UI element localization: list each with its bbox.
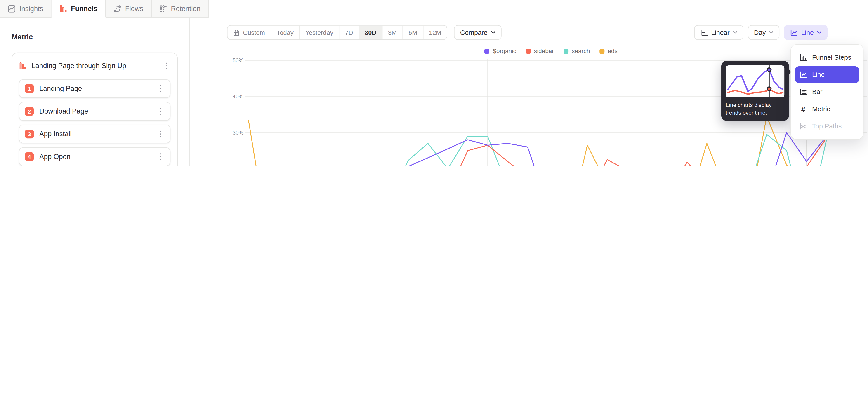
step-number: 2 <box>25 107 34 116</box>
chevron-down-icon <box>817 31 822 34</box>
funnel-steps-icon <box>799 54 807 62</box>
range-30d[interactable]: 30D <box>359 26 382 39</box>
chevron-down-icon <box>769 31 774 34</box>
range-custom[interactable]: Custom <box>228 26 271 39</box>
funnel-step[interactable]: 3 App Install <box>19 125 170 143</box>
series-line-ads[interactable] <box>249 116 827 166</box>
date-range-segmented-control: Custom Today Yesterday 7D 30D 3M 6M 12M <box>227 25 447 40</box>
insights-icon <box>8 5 16 12</box>
menu-item-top-paths: Top Paths <box>795 118 859 134</box>
funnel-step[interactable]: 4 App Open <box>19 147 170 166</box>
tab-flows[interactable]: Flows <box>106 0 151 18</box>
kebab-menu-icon[interactable] <box>163 62 170 70</box>
step-number: 3 <box>25 130 34 138</box>
chart-type-dropdown[interactable]: Line <box>784 25 828 40</box>
chevron-down-icon <box>733 31 737 34</box>
tab-label: Funnels <box>71 5 97 12</box>
step-number: 4 <box>25 152 34 161</box>
range-6m[interactable]: 6M <box>403 26 423 39</box>
chevron-down-icon <box>491 31 495 34</box>
app-window: Insights Funnels Flows Retention Metric … <box>0 0 868 166</box>
kebab-menu-icon[interactable] <box>157 107 164 116</box>
retention-icon <box>159 5 167 12</box>
top-paths-icon <box>799 122 807 130</box>
tab-label: Flows <box>125 5 143 12</box>
y-tick-label: 20% <box>232 166 244 166</box>
funnels-icon <box>59 5 67 12</box>
line-chart-icon <box>799 71 807 79</box>
legend-item[interactable]: ads <box>599 48 618 54</box>
chart-type-tooltip: Line charts display trends over time. <box>721 61 789 121</box>
tab-retention[interactable]: Retention <box>151 0 209 18</box>
menu-item-funnel-steps[interactable]: Funnel Steps <box>795 49 859 66</box>
series-line-sidebar[interactable] <box>249 138 827 166</box>
report-tabbar: Insights Funnels Flows Retention <box>0 0 209 18</box>
y-tick-label: 40% <box>232 93 244 99</box>
legend-swatch <box>563 49 568 53</box>
chart-type-menu: Funnel Steps Line Bar # Metric Top Paths <box>790 44 864 139</box>
linear-scale-icon <box>700 29 708 36</box>
y-tick-label: 50% <box>232 57 244 64</box>
funnel-metric-icon <box>19 62 26 70</box>
metric-card: Landing Page through Sign Up 1 Landing P… <box>11 53 178 166</box>
flows-icon <box>114 5 121 12</box>
funnel-step[interactable]: 2 Download Page <box>19 102 170 121</box>
legend-swatch <box>599 49 604 53</box>
metric-heading: Metric <box>11 33 178 41</box>
legend-swatch <box>526 49 531 53</box>
range-7d[interactable]: 7D <box>339 26 359 39</box>
range-yesterday[interactable]: Yesterday <box>300 26 340 39</box>
query-sidebar: Metric Landing Page through Sign Up 1 La… <box>0 18 190 166</box>
chart-legend: $organic sidebar search ads <box>245 48 857 54</box>
funnel-step[interactable]: 1 Landing Page <box>19 79 170 98</box>
kebab-menu-icon[interactable] <box>157 152 164 161</box>
tab-funnels[interactable]: Funnels <box>52 0 106 18</box>
menu-item-line[interactable]: Line <box>795 66 859 83</box>
line-chart-icon <box>790 29 798 36</box>
menu-item-metric[interactable]: # Metric <box>795 101 859 117</box>
range-3m[interactable]: 3M <box>382 26 403 39</box>
range-today[interactable]: Today <box>271 26 300 39</box>
tooltip-text: Line charts display trends over time. <box>726 101 784 116</box>
granularity-dropdown[interactable]: Day <box>748 25 779 40</box>
tooltip-preview-image <box>726 65 784 97</box>
y-tick-label: 30% <box>232 130 244 136</box>
menu-item-bar[interactable]: Bar <box>795 84 859 100</box>
legend-item[interactable]: search <box>563 48 590 54</box>
scale-dropdown[interactable]: Linear <box>694 25 743 40</box>
legend-swatch <box>485 49 490 53</box>
compare-button[interactable]: Compare <box>454 25 501 40</box>
series-line-$organic[interactable] <box>249 132 827 166</box>
legend-item[interactable]: $organic <box>485 48 516 54</box>
step-number: 1 <box>25 84 34 93</box>
funnel-title: Landing Page through Sign Up <box>32 62 158 70</box>
bar-chart-icon <box>799 88 807 96</box>
tab-label: Retention <box>171 5 200 12</box>
range-12m[interactable]: 12M <box>423 26 447 39</box>
series-line-search[interactable] <box>249 134 827 166</box>
kebab-menu-icon[interactable] <box>157 130 164 138</box>
legend-item[interactable]: sidebar <box>526 48 554 54</box>
tab-insights[interactable]: Insights <box>0 0 52 18</box>
calendar-icon <box>233 29 240 36</box>
tab-label: Insights <box>20 5 43 12</box>
kebab-menu-icon[interactable] <box>157 84 164 93</box>
metric-icon: # <box>799 105 807 113</box>
